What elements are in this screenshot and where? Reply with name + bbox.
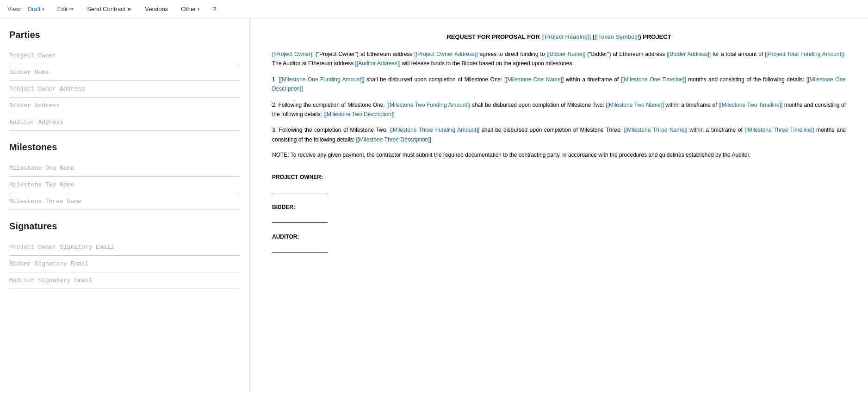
- bidder-signatory-email-field[interactable]: [9, 256, 240, 272]
- contract-title: REQUEST FOR PROPOSAL FOR [[Project Headi…: [272, 33, 846, 40]
- project-owner-input[interactable]: [9, 48, 240, 64]
- sig-bidder-line: [272, 215, 328, 223]
- project-owner-field[interactable]: [9, 48, 240, 64]
- bidder-signatory-email-input[interactable]: [9, 256, 240, 272]
- auditor-signatory-email-field[interactable]: [9, 272, 240, 289]
- right-panel: REQUEST FOR PROPOSAL FOR [[Project Headi…: [250, 18, 868, 392]
- auditor-address-field[interactable]: [9, 114, 240, 131]
- contract-para4: 3. Following the completion of Milestone…: [272, 125, 846, 144]
- pencil-icon: ✏: [69, 6, 74, 12]
- bidder-address-input[interactable]: [9, 98, 240, 114]
- send-icon: ➤: [127, 6, 132, 12]
- project-owner-signatory-email-field[interactable]: [9, 239, 240, 256]
- milestone-one-name-input[interactable]: [9, 160, 240, 177]
- view-label: View:: [7, 6, 22, 12]
- milestone-one-name-field[interactable]: [9, 160, 240, 177]
- draft-label: Draft: [28, 6, 41, 12]
- sig-project-owner-label: PROJECT OWNER:: [272, 172, 846, 182]
- nav-help[interactable]: ?: [209, 4, 220, 14]
- parties-section: Parties: [9, 30, 240, 131]
- parties-heading: Parties: [9, 30, 240, 40]
- milestone-two-name-input[interactable]: [9, 177, 240, 193]
- help-icon: ?: [213, 6, 216, 12]
- nav-versions[interactable]: Versions: [141, 4, 172, 14]
- other-chevron-icon: ▾: [198, 7, 200, 12]
- nav-other[interactable]: Other ▾: [177, 4, 204, 14]
- nav-send-contract[interactable]: Send Contract ➤: [83, 4, 136, 14]
- sig-auditor-label: AUDITOR:: [272, 232, 846, 241]
- milestone-two-name-field[interactable]: [9, 177, 240, 193]
- nav-draft[interactable]: Draft ▾: [24, 4, 48, 14]
- project-owner-address-input[interactable]: [9, 81, 240, 98]
- nav-edit[interactable]: Edit ✏: [54, 4, 78, 14]
- send-contract-label: Send Contract: [87, 6, 125, 12]
- contract-para2: 1. [[Milestone One Funding Amount]] shal…: [272, 75, 846, 94]
- project-owner-signatory-email-input[interactable]: [9, 239, 240, 256]
- other-label: Other: [181, 6, 196, 12]
- contract-body: [[Project Owner]] ("Project Owner") at E…: [272, 49, 846, 252]
- auditor-signatory-email-input[interactable]: [9, 272, 240, 289]
- bidder-name-input[interactable]: [9, 64, 240, 81]
- project-heading-token: [[Project Heading]]: [541, 33, 591, 40]
- sig-auditor-line: [272, 244, 328, 252]
- milestone-three-name-input[interactable]: [9, 193, 240, 210]
- left-panel: Parties Milestones: [0, 18, 250, 392]
- milestones-section: Milestones: [9, 142, 240, 210]
- bidder-name-field[interactable]: [9, 64, 240, 81]
- milestones-heading: Milestones: [9, 142, 240, 153]
- milestone-three-name-field[interactable]: [9, 193, 240, 210]
- bidder-address-field[interactable]: [9, 98, 240, 114]
- contract-para3: 2. Following the completion of Milestone…: [272, 100, 846, 119]
- edit-label: Edit: [57, 6, 68, 12]
- sig-bidder-label: BIDDER:: [272, 203, 846, 212]
- auditor-address-input[interactable]: [9, 114, 240, 131]
- signatures-section: Signatures: [9, 221, 240, 289]
- draft-chevron-icon: ▾: [42, 7, 44, 12]
- token-symbol-token: [[Token Symbol]]: [595, 33, 639, 40]
- contract-note: NOTE: To receive any given payment, the …: [272, 151, 846, 160]
- signatures-heading: Signatures: [9, 221, 240, 232]
- versions-label: Versions: [145, 6, 168, 12]
- top-nav: View: Draft ▾ Edit ✏ Send Contract ➤ Ver…: [0, 0, 868, 18]
- main-container: Parties Milestones: [0, 18, 868, 392]
- signature-block: PROJECT OWNER: BIDDER: AUDITOR:: [272, 172, 846, 252]
- sig-project-owner-line: [272, 185, 328, 193]
- contract-para1: [[Project Owner]] ("Project Owner") at E…: [272, 49, 846, 68]
- project-owner-address-field[interactable]: [9, 81, 240, 98]
